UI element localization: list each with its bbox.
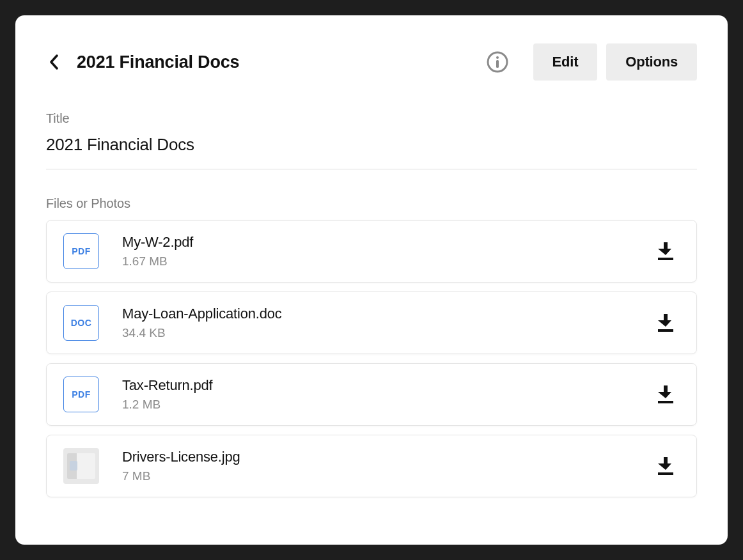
options-button[interactable]: Options — [606, 43, 697, 81]
svg-rect-5 — [658, 401, 673, 403]
title-value: 2021 Financial Docs — [46, 135, 697, 169]
chevron-left-icon — [49, 54, 58, 70]
image-thumbnail-icon — [63, 448, 99, 484]
info-button[interactable] — [483, 48, 512, 76]
file-row[interactable]: PDF My-W-2.pdf 1.67 MB — [46, 220, 697, 283]
page-title: 2021 Financial Docs — [77, 52, 483, 72]
pdf-icon: PDF — [63, 233, 99, 269]
svg-rect-3 — [658, 258, 673, 260]
files-label: Files or Photos — [46, 196, 697, 211]
file-row[interactable]: Drivers-License.jpg 7 MB — [46, 435, 697, 497]
file-size: 7 MB — [122, 469, 652, 483]
file-row[interactable]: PDF Tax-Return.pdf 1.2 MB — [46, 363, 697, 426]
svg-rect-2 — [496, 60, 499, 68]
download-button[interactable] — [652, 237, 680, 265]
document-panel: 2021 Financial Docs Edit Options Title 2… — [15, 15, 728, 545]
download-button[interactable] — [652, 452, 680, 480]
file-info: Drivers-License.jpg 7 MB — [122, 449, 652, 483]
file-info: My-W-2.pdf 1.67 MB — [122, 234, 652, 268]
file-name: Drivers-License.jpg — [122, 449, 652, 465]
file-row[interactable]: DOC May-Loan-Application.doc 34.4 KB — [46, 292, 697, 354]
download-icon — [657, 385, 674, 403]
svg-rect-6 — [658, 472, 673, 475]
svg-rect-4 — [658, 329, 673, 332]
svg-point-1 — [496, 56, 499, 59]
file-size: 1.67 MB — [122, 254, 652, 268]
file-name: Tax-Return.pdf — [122, 377, 652, 394]
pdf-icon: PDF — [63, 377, 99, 412]
file-size: 34.4 KB — [122, 326, 652, 340]
download-button[interactable] — [652, 380, 680, 408]
download-button[interactable] — [652, 309, 680, 337]
file-name: My-W-2.pdf — [122, 234, 652, 251]
file-size: 1.2 MB — [122, 398, 652, 412]
file-info: May-Loan-Application.doc 34.4 KB — [122, 306, 652, 340]
edit-button[interactable]: Edit — [533, 43, 598, 81]
download-icon — [657, 457, 674, 475]
title-label: Title — [46, 111, 697, 126]
download-icon — [657, 242, 674, 260]
info-icon — [487, 51, 508, 73]
back-button[interactable] — [43, 52, 64, 72]
file-name: May-Loan-Application.doc — [122, 306, 652, 322]
files-list: PDF My-W-2.pdf 1.67 MB DOC May-Loan-Appl… — [46, 220, 697, 497]
file-info: Tax-Return.pdf 1.2 MB — [122, 377, 652, 412]
header: 2021 Financial Docs Edit Options — [46, 43, 697, 81]
download-icon — [657, 314, 674, 332]
doc-icon: DOC — [63, 305, 99, 341]
